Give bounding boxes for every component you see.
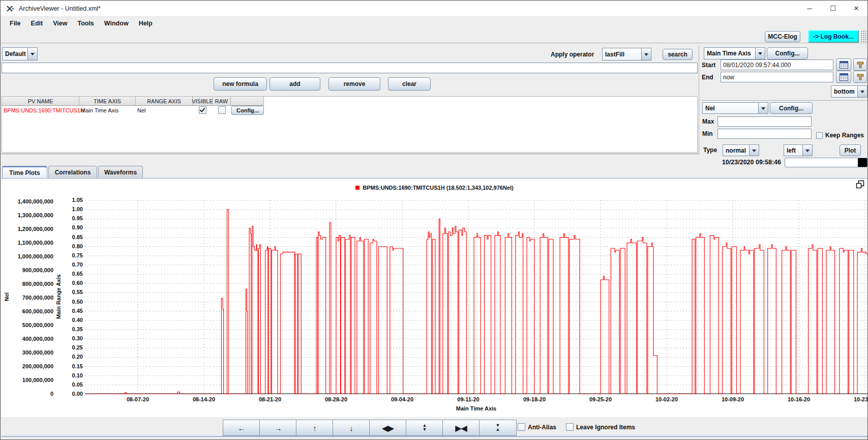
x-axis-tick-label: 10-23-20 (845, 396, 867, 402)
shift-up-button[interactable]: ↑ (296, 420, 334, 436)
inner-axis-title: Main Range Axis (55, 269, 62, 325)
inner-axis-tick-label: 0.45 (2, 308, 83, 314)
range-axis-select[interactable]: Nel (702, 102, 768, 114)
new-formula-button[interactable]: new formula (214, 77, 267, 91)
remove-button[interactable]: remove (328, 77, 380, 91)
menu-bar: File Edit View Tools Window Help (1, 17, 867, 30)
plot-region[interactable] (85, 199, 867, 394)
x-axis-tick-label: 08-21-20 (250, 396, 290, 402)
column-header[interactable]: PV NAME (2, 97, 79, 106)
x-axis-tick-label: 09-11-20 (448, 396, 489, 402)
range-axis-select-value: Nel (702, 102, 759, 114)
x-axis-tick-label: 08-28-20 (316, 396, 356, 402)
leave-ignored-label: Leave Ignored Items (576, 424, 635, 431)
range-axis-config-button[interactable]: Config... (770, 102, 813, 114)
visible-cell (193, 106, 213, 114)
chevron-down-icon[interactable] (756, 47, 765, 60)
maximize-button[interactable]: ☐ (821, 1, 845, 16)
side-select[interactable]: left (784, 144, 813, 156)
column-header[interactable]: TIME AXIS (79, 97, 136, 106)
type-select[interactable]: normal (723, 144, 759, 156)
chevron-down-icon[interactable] (642, 48, 651, 61)
column-header[interactable]: RAW (213, 97, 231, 106)
anti-alias-checkbox[interactable] (518, 423, 525, 431)
detach-window-icon[interactable] (856, 180, 864, 191)
preset-select[interactable]: Default (2, 47, 38, 61)
chevron-down-icon[interactable] (750, 144, 759, 156)
inner-axis-tick-label: 0.95 (2, 215, 83, 221)
zoom-in-x-button[interactable]: ▶◀ (442, 420, 480, 436)
shift-left-button[interactable]: ← (223, 420, 260, 436)
leave-ignored-checkbox[interactable] (566, 423, 574, 431)
tab-waveforms[interactable]: Waveforms (98, 166, 143, 178)
clear-button[interactable]: clear (388, 77, 431, 91)
log-book-button[interactable]: -> Log Book... (808, 30, 859, 43)
section-divider (1, 154, 699, 154)
type-select-value: normal (723, 144, 750, 156)
max-label: Max (702, 118, 714, 125)
menu-help[interactable]: Help (134, 18, 158, 28)
end-time-tool-button[interactable] (853, 71, 867, 83)
zoom-in-x-icon: ▶◀ (455, 424, 467, 432)
x-axis-tick-label: 08-14-20 (184, 396, 224, 402)
operator-select[interactable]: lastFill (602, 48, 651, 61)
menu-view[interactable]: View (48, 18, 72, 28)
time-axis-cell[interactable]: Main Time Axis (79, 106, 136, 114)
anti-alias-label: Anti-Alias (528, 424, 556, 431)
tab-time-plots[interactable]: Time Plots (2, 166, 47, 178)
add-button[interactable]: add (270, 77, 320, 91)
tab-correlations[interactable]: Correlations (48, 166, 97, 178)
inner-axis-tick-label: 0.90 (2, 224, 83, 230)
raw-checkbox[interactable] (218, 106, 226, 114)
menu-file[interactable]: File (5, 18, 26, 28)
close-button[interactable]: ✕ (845, 1, 868, 16)
zoom-out-y-button[interactable]: ▲▼ (406, 420, 443, 436)
axis-position-select[interactable]: bottom (831, 85, 867, 98)
start-calendar-button[interactable] (836, 58, 851, 71)
menu-edit[interactable]: Edit (26, 18, 48, 28)
side-select-value: left (784, 144, 803, 156)
keep-ranges-checkbox[interactable] (816, 132, 823, 139)
min-field[interactable] (717, 129, 812, 139)
visible-checkbox[interactable] (199, 106, 206, 114)
row-config-button[interactable]: Config... (231, 106, 264, 115)
inner-axis-tick-label: 0.70 (2, 261, 83, 268)
shift-right-button[interactable]: → (259, 420, 297, 436)
menu-tools[interactable]: Tools (72, 18, 99, 28)
zoom-out-x-button[interactable]: ◀▶ (369, 420, 407, 436)
start-time-tool-button[interactable] (853, 58, 867, 71)
operator-select-value: lastFill (602, 48, 642, 61)
inner-axis-tick-label: 1.00 (2, 206, 83, 212)
inner-axis-tick-label: 0.85 (2, 234, 83, 240)
pv-name-cell[interactable]: BPMS:UNDS:1690:TMITCUS1H (2, 106, 79, 114)
toolbar-grip-icon[interactable] (861, 31, 867, 43)
formula-input[interactable] (2, 63, 698, 73)
x-axis-title: Main Time Axis (85, 405, 867, 412)
time-axis-config-button[interactable]: Config... (767, 47, 808, 60)
chart-legend: BPMS:UNDS:1690:TMITCUS1H (18.502:1,343,1… (2, 185, 867, 191)
minimize-button[interactable]: ─ (798, 1, 821, 16)
end-calendar-button[interactable] (836, 71, 851, 83)
column-header[interactable]: VISIBLE (193, 97, 213, 106)
chevron-down-icon[interactable] (858, 85, 867, 98)
plot-canvas[interactable] (85, 199, 867, 394)
time-axis-select[interactable]: Main Time Axis (704, 47, 765, 60)
chevron-down-icon[interactable] (759, 102, 768, 114)
column-header[interactable]: RANGE AXIS (136, 97, 193, 106)
mcc-elog-button[interactable]: MCC-Elog (765, 31, 800, 42)
chevron-down-icon[interactable] (28, 47, 38, 61)
chevron-down-icon[interactable] (803, 144, 813, 156)
column-header[interactable] (231, 97, 264, 106)
inner-axis-tick-label: 0.35 (2, 326, 83, 332)
max-field[interactable] (717, 116, 812, 127)
range-axis-cell[interactable]: Nel (136, 106, 193, 114)
shift-down-button[interactable]: ↓ (333, 420, 370, 436)
start-field[interactable]: 08/01/2020 09:57:44.000 (721, 60, 833, 70)
end-field[interactable]: now (721, 72, 833, 82)
zoom-in-y-button[interactable]: ▼▲ (479, 420, 517, 436)
plot-button[interactable]: Plot (840, 144, 861, 156)
menu-window[interactable]: Window (99, 18, 134, 28)
inner-axis-tick-label: 0.65 (2, 271, 83, 277)
search-button[interactable]: search (663, 49, 693, 60)
inner-axis-tick-label: 0.00 (2, 391, 83, 397)
